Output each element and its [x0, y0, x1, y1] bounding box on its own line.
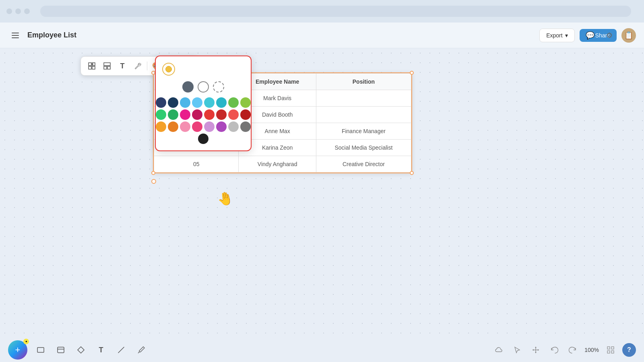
cursor-icon[interactable]	[510, 343, 524, 357]
svg-marker-20	[538, 349, 539, 351]
color-dot[interactable]	[228, 97, 239, 108]
cursor-hand: 🤚	[216, 190, 235, 208]
svg-rect-9	[37, 348, 44, 352]
cell-position	[316, 107, 411, 123]
text-button[interactable]: T	[116, 59, 129, 73]
color-dot[interactable]	[156, 109, 166, 120]
merge-cells-button[interactable]	[100, 59, 114, 73]
grid-icon[interactable]	[604, 343, 617, 357]
add-table-button[interactable]	[85, 59, 99, 73]
svg-marker-19	[533, 349, 534, 351]
color-dot[interactable]	[192, 97, 202, 108]
export-button[interactable]: Export ▾	[539, 29, 574, 42]
svg-rect-3	[92, 66, 95, 69]
color-dot[interactable]	[168, 97, 178, 108]
toolbar-divider	[147, 62, 147, 70]
color-dot[interactable]	[156, 121, 166, 132]
cell-position	[316, 90, 411, 107]
zoom-level: 100%	[584, 347, 599, 353]
fab-star-icon: ✦	[23, 339, 29, 344]
toolbar-right-icons: 💬 ⚙ 📋	[583, 28, 636, 43]
help-button[interactable]: ?	[622, 343, 636, 357]
page-title: Employee List	[27, 31, 76, 39]
traffic-lights	[6, 8, 30, 14]
color-dot[interactable]	[168, 109, 178, 120]
cell-number: 05	[154, 156, 239, 173]
color-row-4	[162, 134, 244, 144]
selection-handle-br[interactable]	[410, 171, 414, 175]
export-chevron-icon: ▾	[565, 32, 568, 39]
color-dot[interactable]	[228, 121, 239, 132]
bottom-right-tools: 100% ?	[492, 343, 636, 357]
line-tool[interactable]	[114, 343, 128, 357]
color-dot[interactable]	[180, 97, 190, 108]
move-icon[interactable]	[529, 343, 543, 357]
color-dot[interactable]	[168, 121, 178, 132]
color-dot[interactable]	[156, 97, 166, 108]
color-dot[interactable]	[216, 97, 227, 108]
color-dot[interactable]	[240, 109, 251, 120]
style-filled[interactable]	[182, 81, 194, 93]
color-dot[interactable]	[204, 97, 215, 108]
color-dot[interactable]	[240, 97, 251, 108]
url-bar	[40, 6, 631, 17]
color-dot[interactable]	[180, 109, 190, 120]
hamburger-button[interactable]	[8, 28, 23, 43]
export-label: Export	[546, 32, 562, 39]
color-dot[interactable]	[198, 134, 208, 144]
style-outline[interactable]	[198, 81, 209, 93]
svg-rect-0	[89, 63, 91, 66]
hamburger-icon	[12, 33, 19, 38]
color-picker-popup	[155, 56, 252, 151]
color-dot[interactable]	[216, 109, 227, 120]
wrench-button[interactable]	[131, 59, 144, 73]
cell-name: Vindy Angharad	[239, 156, 316, 173]
style-dashed[interactable]	[213, 81, 224, 93]
canvas: T 🎨 ⋮ Employee Number Employee Name Posi…	[0, 48, 644, 338]
style-selector-row	[162, 81, 244, 93]
cell-position: Creative Director	[316, 156, 411, 173]
svg-rect-10	[58, 347, 64, 353]
pen-tool[interactable]	[134, 343, 148, 357]
rectangle-tool[interactable]	[34, 343, 47, 357]
undo-icon[interactable]	[547, 343, 561, 357]
selection-handle-tr[interactable]	[410, 71, 414, 75]
card-tool[interactable]	[54, 343, 68, 357]
svg-rect-21	[607, 347, 610, 349]
color-grid	[162, 97, 244, 144]
svg-rect-7	[104, 66, 107, 69]
color-dot[interactable]	[180, 121, 190, 132]
add-fab-button[interactable]: + ✦	[8, 340, 27, 360]
traffic-light-yellow[interactable]	[15, 8, 21, 14]
color-preview-row	[162, 63, 244, 76]
cloud-save-icon[interactable]	[492, 343, 506, 357]
svg-line-13	[118, 347, 124, 353]
color-dot[interactable]	[192, 121, 202, 132]
document-icon[interactable]: 📋	[621, 28, 636, 43]
cell-position: Social Media Specialist	[316, 140, 411, 156]
svg-rect-24	[611, 351, 614, 353]
redo-icon[interactable]	[566, 343, 580, 357]
color-dot[interactable]	[216, 121, 227, 132]
color-dot[interactable]	[204, 121, 215, 132]
diamond-tool[interactable]	[74, 343, 88, 357]
color-dot[interactable]	[204, 109, 215, 120]
color-dot[interactable]	[192, 109, 202, 120]
traffic-light-green[interactable]	[24, 8, 30, 14]
comment-icon[interactable]: 💬	[583, 28, 597, 43]
bottom-toolbar: + ✦ T	[0, 338, 644, 362]
color-row-3	[162, 121, 244, 132]
fab-plus-icon: +	[15, 346, 21, 354]
text-tool[interactable]: T	[94, 343, 108, 357]
color-row-1	[162, 97, 244, 108]
color-preview-circle[interactable]	[162, 63, 175, 76]
selection-handle-bl[interactable]	[151, 171, 155, 175]
table-row[interactable]: 05 Vindy Angharad Creative Director	[154, 156, 411, 173]
svg-rect-6	[104, 63, 110, 66]
traffic-light-red[interactable]	[6, 8, 12, 14]
rotation-handle[interactable]	[151, 179, 156, 184]
color-dot[interactable]	[228, 109, 239, 120]
filter-icon[interactable]: ⚙	[602, 28, 617, 43]
svg-line-14	[138, 352, 139, 353]
color-dot[interactable]	[240, 121, 251, 132]
